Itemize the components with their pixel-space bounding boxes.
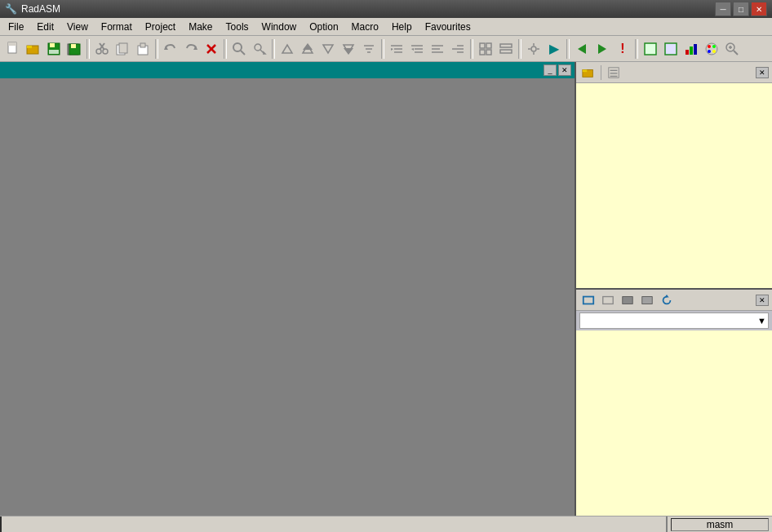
svg-rect-54 <box>500 50 512 53</box>
toolbar-save-all-button[interactable] <box>64 39 84 59</box>
menu-option[interactable]: Option <box>303 20 344 34</box>
svg-rect-83 <box>603 296 613 304</box>
toolbar-sep-4 <box>272 39 275 59</box>
svg-marker-29 <box>323 45 333 53</box>
right-top-list-button[interactable] <box>605 64 623 81</box>
menu-favourites[interactable]: Favourites <box>419 20 477 34</box>
right-bottom-btn3[interactable] <box>619 292 637 308</box>
svg-point-67 <box>706 43 717 55</box>
menu-macro[interactable]: Macro <box>345 20 385 34</box>
toolbar-align-left-button[interactable] <box>428 39 447 59</box>
toolbar-nav-right-button[interactable] <box>592 39 612 59</box>
right-top-close-button[interactable]: ✕ <box>756 67 769 78</box>
menu-view[interactable]: View <box>60 20 95 34</box>
right-bottom-close-button[interactable]: ✕ <box>756 295 769 306</box>
menu-edit[interactable]: Edit <box>30 20 60 34</box>
maximize-button[interactable]: □ <box>733 2 749 16</box>
toolbar-copy-button[interactable] <box>113 39 132 59</box>
toolbar-sep-2 <box>155 39 158 59</box>
toolbar-chart-button[interactable] <box>681 39 701 59</box>
toolbar-save-green-button[interactable] <box>44 39 64 59</box>
toolbar-doc1-button[interactable] <box>641 39 660 59</box>
right-bottom-dropdown[interactable]: ▼ <box>579 313 769 329</box>
toolbar-sep-3 <box>224 39 227 59</box>
toolbar-new-button[interactable] <box>3 39 23 59</box>
toolbar-unindent-button[interactable] <box>407 39 427 59</box>
svg-rect-62 <box>645 43 656 55</box>
menu-project[interactable]: Project <box>139 20 182 34</box>
title-bar: 🔧 RadASM ─ □ ✕ <box>0 0 772 18</box>
svg-marker-31 <box>344 48 353 55</box>
menu-format[interactable]: Format <box>95 20 139 34</box>
right-top-toolbar: ✕ <box>576 62 772 83</box>
svg-rect-52 <box>486 50 491 55</box>
right-top-content <box>576 83 772 288</box>
toolbar-zoom-button[interactable] <box>722 39 742 59</box>
svg-rect-15 <box>119 43 127 53</box>
toolbar-run-button[interactable]: ▶ <box>544 39 564 59</box>
toolbar-list-view-button[interactable] <box>496 39 516 59</box>
svg-rect-50 <box>486 43 491 48</box>
svg-rect-9 <box>71 44 76 48</box>
right-bottom-btn5[interactable] <box>658 292 676 308</box>
editor-header: _ ✕ <box>0 62 575 78</box>
toolbar-view-toggle-button[interactable] <box>476 39 495 59</box>
menu-file[interactable]: File <box>2 20 30 34</box>
toolbar-alert-button[interactable]: ! <box>613 39 632 59</box>
app-title: RadASM <box>21 3 60 15</box>
toolbar-align-right-button[interactable] <box>448 39 468 59</box>
svg-point-69 <box>712 45 716 48</box>
right-panel: ✕ ✕ <box>576 62 772 516</box>
toolbar-replace-button[interactable] <box>250 39 269 59</box>
right-bottom-btn2[interactable] <box>599 292 617 308</box>
toolbar-sep-9 <box>635 39 638 59</box>
editor-minimize-button[interactable]: _ <box>544 64 557 76</box>
toolbar-nav-left-button[interactable] <box>572 39 592 59</box>
toolbar-filter5-button[interactable] <box>359 39 379 59</box>
svg-rect-84 <box>623 296 632 304</box>
toolbar-undo-button[interactable] <box>161 39 180 59</box>
toolbar-filter3-button[interactable] <box>318 39 338 59</box>
title-left: 🔧 RadASM <box>5 3 60 15</box>
close-button[interactable]: ✕ <box>751 2 767 16</box>
toolbar-open-button[interactable] <box>24 39 43 59</box>
menu-window[interactable]: Window <box>255 20 304 34</box>
menu-tools[interactable]: Tools <box>220 20 255 34</box>
minimize-button[interactable]: ─ <box>715 2 731 16</box>
toolbar-delete-button[interactable] <box>202 39 221 59</box>
svg-marker-60 <box>578 44 586 54</box>
svg-point-71 <box>712 50 716 53</box>
toolbar-cut-button[interactable] <box>92 39 112 59</box>
menu-help[interactable]: Help <box>385 20 419 34</box>
toolbar-filter4-button[interactable] <box>339 39 358 59</box>
toolbar-doc2-button[interactable] <box>661 39 681 59</box>
right-bottom-content <box>576 330 772 516</box>
toolbar-sep-1 <box>87 39 90 59</box>
toolbar-filter1-button[interactable] <box>277 39 297 59</box>
right-bottom-btn1[interactable] <box>579 292 597 308</box>
svg-rect-6 <box>49 50 59 54</box>
svg-point-12 <box>96 49 101 54</box>
svg-rect-64 <box>685 50 689 55</box>
right-top-folder-button[interactable] <box>579 64 597 81</box>
toolbar-sep-6 <box>470 39 473 59</box>
toolbar-paste-button[interactable] <box>133 39 153 59</box>
svg-marker-61 <box>598 44 606 54</box>
toolbar-redo-button[interactable] <box>181 39 201 59</box>
toolbar-filter2-button[interactable] <box>298 39 317 59</box>
editor-close-button[interactable]: ✕ <box>558 64 571 76</box>
toolbar-indent-button[interactable] <box>387 39 406 59</box>
svg-rect-5 <box>50 43 55 47</box>
toolbar-palette-button[interactable] <box>702 39 721 59</box>
svg-line-23 <box>241 51 245 55</box>
status-masm: masm <box>671 518 769 531</box>
svg-rect-3 <box>27 46 32 48</box>
toolbar-settings-button[interactable] <box>524 39 544 59</box>
right-bottom-btn4[interactable] <box>638 292 656 308</box>
right-top-pane: ✕ <box>576 62 772 290</box>
editor-workspace[interactable] <box>0 78 575 516</box>
editor-header-controls: _ ✕ <box>544 64 571 76</box>
right-bottom-toolbar: ✕ <box>576 290 772 311</box>
menu-make[interactable]: Make <box>182 20 219 34</box>
toolbar-find-button[interactable] <box>229 39 249 59</box>
